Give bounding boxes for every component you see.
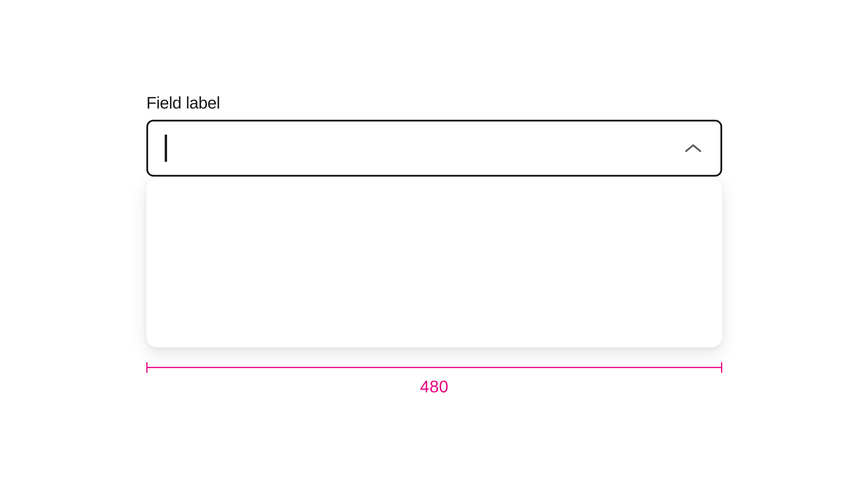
text-cursor: [165, 134, 167, 162]
field-label: Field label: [146, 94, 722, 113]
dimension-value: 480: [146, 378, 722, 397]
width-dimension-annotation: 480: [146, 367, 722, 396]
combobox-spec: Field label 480: [146, 94, 722, 347]
dropdown-panel[interactable]: [146, 178, 722, 347]
chevron-up-icon[interactable]: [682, 138, 704, 159]
dimension-line: [146, 367, 722, 368]
combobox-input[interactable]: [146, 120, 722, 177]
